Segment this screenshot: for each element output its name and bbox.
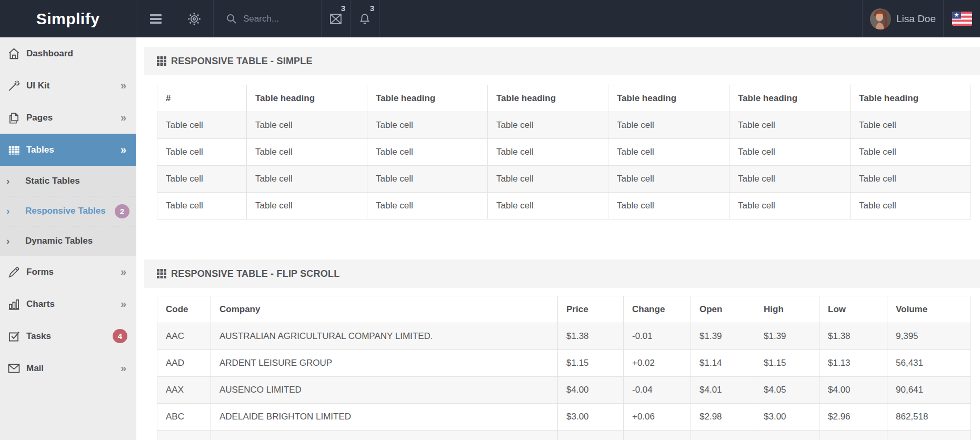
table-cell: [157, 431, 211, 440]
user-menu[interactable]: Lisa Doe: [862, 0, 944, 37]
table-icon: [5, 143, 22, 157]
table-cell: [887, 431, 971, 440]
tasks-icon: [5, 329, 22, 343]
table-header-row: CodeCompanyPriceChangeOpenHighLowVolume: [157, 296, 971, 323]
table-cell: $1.38: [558, 323, 624, 350]
table-cell: 56,431: [887, 350, 971, 377]
table-cell: -0.01: [624, 323, 691, 350]
hamburger-icon: [148, 13, 164, 25]
wand-icon: [5, 79, 22, 93]
table-cell: Table cell: [851, 139, 971, 166]
table-cell: Table cell: [851, 193, 971, 219]
panel-body: #Table headingTable headingTable heading…: [144, 75, 980, 244]
table-cell: ADELAIDE BRIGHTON LIMITED: [211, 404, 558, 431]
table-cell: Table cell: [608, 193, 729, 219]
home-icon: [5, 47, 22, 61]
table-cell: $1.14: [691, 350, 755, 377]
table-row: Table cellTable cellTable cellTable cell…: [157, 193, 971, 219]
chevron-right-icon: ›: [6, 175, 19, 187]
sidebar-subitem-dynamic-tables[interactable]: ›Dynamic Tables: [0, 226, 136, 256]
table-row: Table cellTable cellTable cellTable cell…: [157, 139, 971, 166]
mail-icon: [328, 12, 344, 26]
messages-button[interactable]: 3: [322, 0, 351, 37]
table-cell: $3.00: [558, 404, 624, 431]
chevron-right-icon: ›: [6, 235, 19, 247]
table-cell: [558, 431, 624, 440]
sidebar-item-mail[interactable]: Mail»: [0, 352, 136, 384]
table-cell: Table cell: [157, 166, 247, 193]
table-cell: Table cell: [367, 139, 488, 166]
table-cell: AUSENCO LIMITED: [211, 377, 558, 404]
table-cell: Table cell: [608, 166, 729, 193]
language-selector[interactable]: ★: [944, 0, 980, 37]
sidebar-subitem-responsive-tables[interactable]: ›Responsive Tables2: [0, 196, 136, 226]
settings-button[interactable]: [175, 0, 214, 37]
table-cell: $2.96: [819, 404, 887, 431]
notifications-button[interactable]: 3: [351, 0, 379, 37]
table-cell: Table cell: [367, 166, 488, 193]
grid-icon: [157, 269, 166, 278]
table-cell: Table cell: [729, 112, 851, 139]
messages-count-badge: 3: [341, 4, 345, 13]
logo-section: Simplify: [0, 0, 136, 37]
table-cell: $1.39: [691, 323, 755, 350]
table-cell: 862,518: [887, 404, 971, 431]
column-header: Company: [211, 296, 558, 323]
column-header: Low: [819, 296, 887, 323]
table-cell: Table cell: [247, 166, 367, 193]
table-cell: [691, 431, 755, 440]
table-cell: Table cell: [247, 193, 367, 219]
panel-title: RESPONSIVE TABLE - SIMPLE: [171, 56, 313, 67]
envelope-icon: [5, 362, 22, 375]
sidebar-item-dashboard[interactable]: Dashboard: [0, 37, 136, 69]
search-box: [214, 0, 322, 37]
sidebar-item-charts[interactable]: Charts»: [0, 288, 136, 320]
sidebar-item-pages[interactable]: Pages»: [0, 102, 136, 134]
column-header: Open: [691, 296, 755, 323]
count-badge: 4: [113, 329, 127, 343]
search-icon: [225, 13, 238, 25]
table-row: Table cellTable cellTable cellTable cell…: [157, 112, 971, 139]
top-navbar: Simplify 3: [0, 0, 980, 37]
sidebar-item-label: Forms: [26, 267, 121, 277]
table-cell: Table cell: [729, 193, 851, 219]
table-cell: AAC: [157, 323, 211, 350]
table-row: AAXAUSENCO LIMITED$4.00-0.04$4.01$4.05$4…: [157, 377, 971, 404]
sidebar-item-label: UI Kit: [26, 81, 121, 91]
sidebar-subitem-label: Dynamic Tables: [25, 236, 131, 246]
table-cell: Table cell: [488, 166, 608, 193]
table-cell: $3.00: [755, 404, 819, 431]
sidebar-subitem-label: Static Tables: [25, 176, 131, 186]
table-cell: [755, 431, 819, 440]
table-cell: $4.00: [558, 377, 624, 404]
table-cell: $1.15: [558, 350, 624, 377]
table-cell: AAX: [157, 377, 211, 404]
sidebar-subitem-static-tables[interactable]: ›Static Tables: [0, 166, 136, 196]
column-header: Table heading: [729, 85, 851, 112]
main-content: RESPONSIVE TABLE - SIMPLE #Table heading…: [136, 37, 980, 440]
search-input[interactable]: [243, 14, 312, 24]
sidebar-item-forms[interactable]: Forms»: [0, 256, 136, 288]
double-chevron-icon: »: [121, 362, 126, 374]
sidebar-item-tables[interactable]: Tables»: [0, 134, 136, 166]
sidebar-item-ui-kit[interactable]: UI Kit»: [0, 69, 136, 102]
table-cell: ABC: [157, 404, 211, 431]
svg-text:★: ★: [954, 12, 959, 18]
table-cell: $4.01: [691, 377, 755, 404]
table-cell: Table cell: [608, 139, 729, 166]
sidebar-item-label: Mail: [26, 363, 121, 374]
column-header: Change: [624, 296, 691, 323]
double-chevron-icon: »: [121, 112, 126, 124]
sidebar-item-tasks[interactable]: Tasks4: [0, 320, 136, 352]
double-chevron-icon: »: [121, 298, 126, 310]
app-logo[interactable]: Simplify: [36, 10, 100, 28]
table-cell: Table cell: [851, 112, 971, 139]
sidebar-item-label: Dashboard: [26, 48, 128, 59]
sidebar-toggle-button[interactable]: [136, 0, 175, 37]
column-header: Table heading: [247, 85, 367, 112]
table-cell: [819, 431, 887, 440]
table-cell: ARDENT LEISURE GROUP: [211, 350, 558, 377]
table-cell: $1.38: [819, 323, 887, 350]
column-header: Table heading: [488, 85, 608, 112]
column-header: Volume: [887, 296, 971, 323]
